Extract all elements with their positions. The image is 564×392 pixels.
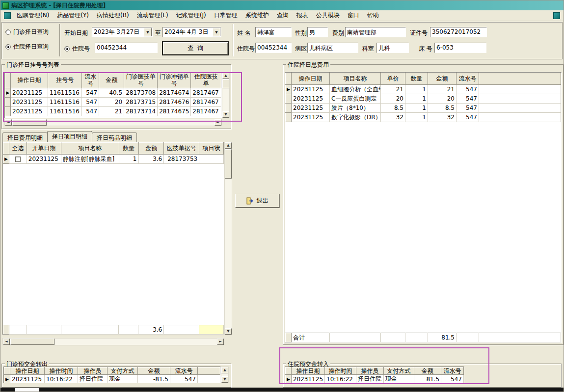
column-header[interactable]: 操作日期 bbox=[291, 367, 324, 375]
table-row[interactable]: ▶20231125静脉注射[静脉采血]13.628173753 bbox=[3, 155, 224, 164]
radio-outpatient-query[interactable]: 门诊择日查询 bbox=[5, 28, 49, 36]
menu-item[interactable]: 日常管理 bbox=[210, 10, 242, 21]
cell[interactable]: 21 bbox=[381, 85, 405, 94]
table-row[interactable]: 20231125数字化摄影（DR）32132547 bbox=[286, 113, 561, 122]
cell[interactable]: 547 bbox=[441, 375, 464, 384]
cell[interactable] bbox=[199, 155, 224, 164]
cell[interactable]: 547 bbox=[457, 85, 479, 94]
column-header[interactable]: 金额 bbox=[99, 73, 124, 88]
cell[interactable]: 20 bbox=[99, 97, 124, 106]
table-row[interactable]: ▶2023112510:16:22择日住院现金81.5547 bbox=[286, 375, 464, 384]
cell[interactable]: 20231125 bbox=[291, 375, 324, 384]
column-header[interactable]: 操作时间 bbox=[45, 367, 78, 375]
title-bar[interactable]: 病区护理系统 - [择日住院费用处理] bbox=[0, 0, 564, 10]
table-row[interactable]: 20231125C—反应蛋白测定（20120547 bbox=[286, 94, 561, 104]
column-header[interactable]: 流水号 bbox=[441, 367, 464, 375]
radio-inpatient-query[interactable]: 住院择日查询 bbox=[5, 43, 49, 51]
vertical-scrollbar[interactable]: ▲ ▼ bbox=[221, 366, 229, 383]
mdi-child-icon[interactable] bbox=[4, 12, 11, 19]
chevron-down-icon[interactable]: ▼ bbox=[144, 28, 152, 36]
cell[interactable]: 20231125 bbox=[27, 155, 61, 164]
column-header[interactable]: 金额 bbox=[428, 73, 457, 85]
table-row[interactable]: 2023112511611516547202817371528174676281… bbox=[5, 97, 221, 106]
cell[interactable]: 20231125 bbox=[11, 88, 48, 97]
ward-field[interactable]: 儿科病区 bbox=[307, 43, 358, 53]
menu-item[interactable]: 流动管理(L) bbox=[133, 10, 172, 21]
cell[interactable]: 32 bbox=[381, 113, 405, 122]
scroll-left-icon[interactable]: ◄ bbox=[3, 339, 10, 345]
menu-item[interactable]: 记账管理(J) bbox=[172, 10, 210, 21]
column-header[interactable]: 支付方式 bbox=[383, 367, 414, 375]
cell[interactable]: 8.5 bbox=[428, 104, 457, 113]
table-row[interactable]: ▶2023112510:16:22择日住院现金-81.5547 bbox=[4, 375, 220, 384]
id-number-field[interactable]: 3506272017052 bbox=[430, 27, 487, 37]
cell[interactable]: 547 bbox=[457, 94, 479, 104]
cell[interactable]: 择日住院 bbox=[356, 375, 383, 384]
cell[interactable]: 40.5 bbox=[99, 88, 124, 97]
cell[interactable]: 28173708 bbox=[124, 88, 158, 97]
column-header[interactable]: 操作员 bbox=[78, 367, 107, 375]
gender-field[interactable]: 男 bbox=[307, 27, 328, 37]
cell[interactable]: 1 bbox=[405, 85, 428, 94]
cell[interactable]: 20 bbox=[428, 94, 457, 104]
cell[interactable]: 1 bbox=[405, 94, 428, 104]
cell[interactable]: 血细胞分析（全血细 bbox=[330, 85, 381, 94]
admission-no-input[interactable]: 00452344 bbox=[95, 43, 158, 53]
cell[interactable]: 547 bbox=[457, 113, 479, 122]
horizontal-scrollbar[interactable]: ◄ ► bbox=[2, 338, 224, 345]
vertical-scrollbar[interactable]: ▲ ▼ bbox=[224, 142, 232, 335]
cell[interactable]: 28174674 bbox=[158, 88, 191, 97]
scroll-right-icon[interactable]: ► bbox=[217, 339, 224, 345]
cell[interactable]: 择日住院 bbox=[78, 375, 107, 384]
tab-item-detail[interactable]: 择日项目明细 bbox=[47, 131, 92, 142]
cell[interactable]: 静脉注射[静脉采血] bbox=[61, 155, 119, 164]
vertical-scrollbar[interactable]: ▲ ▼ bbox=[222, 72, 230, 118]
column-header[interactable]: 项目名称 bbox=[61, 143, 119, 155]
cell[interactable]: 28173753 bbox=[164, 155, 199, 164]
scroll-up-icon[interactable]: ▲ bbox=[222, 73, 229, 79]
cell[interactable]: 2817467 bbox=[191, 97, 221, 106]
scroll-up-icon[interactable]: ▲ bbox=[221, 367, 228, 373]
cell[interactable]: 20 bbox=[381, 94, 405, 104]
column-header[interactable]: 操作日期 bbox=[11, 73, 48, 88]
cell[interactable]: 现金 bbox=[383, 375, 414, 384]
cell[interactable]: 20231125 bbox=[11, 97, 48, 106]
scroll-left-icon[interactable]: ◄ bbox=[5, 119, 12, 126]
menu-item[interactable]: 报表 bbox=[293, 10, 312, 21]
cell[interactable]: 10:16:22 bbox=[45, 375, 78, 384]
menu-item[interactable]: 窗口 bbox=[344, 10, 363, 21]
cell[interactable]: 1 bbox=[405, 104, 428, 113]
cell[interactable]: 21 bbox=[428, 85, 457, 94]
menu-item[interactable]: 药品管理(Y) bbox=[53, 10, 93, 21]
cell[interactable]: 547 bbox=[82, 106, 99, 116]
scrollbar-thumb[interactable] bbox=[225, 149, 232, 179]
column-header[interactable]: 操作时间 bbox=[325, 367, 356, 375]
scrollbar-thumb[interactable] bbox=[10, 339, 54, 345]
cell[interactable]: 8.5 bbox=[381, 104, 405, 113]
table-row[interactable]: 2023112511611516547212817371428174675281… bbox=[5, 106, 221, 116]
cell[interactable] bbox=[9, 155, 27, 164]
column-header[interactable]: 开单日期 bbox=[27, 143, 61, 155]
column-header[interactable]: 操作日期 bbox=[292, 73, 330, 85]
column-header[interactable]: 挂号号 bbox=[48, 73, 82, 88]
cell[interactable]: 28173714 bbox=[124, 106, 158, 116]
tab-fee-detail[interactable]: 择日费用明细 bbox=[2, 132, 48, 142]
table-row[interactable]: 20231125胶片（8*10）8.518.5547 bbox=[286, 104, 561, 113]
tab-drug-detail[interactable]: 择日药品明细 bbox=[92, 132, 137, 142]
dept-field[interactable]: 儿科 bbox=[376, 43, 409, 53]
menu-item[interactable]: 公共模块 bbox=[312, 10, 344, 21]
menu-item[interactable]: 医嘱管理(N) bbox=[13, 10, 53, 21]
cell[interactable]: 1 bbox=[119, 155, 138, 164]
cell[interactable]: 20231125 bbox=[11, 106, 48, 116]
column-header[interactable]: 数量 bbox=[405, 73, 428, 85]
fee-type-field[interactable]: 南靖管理部 bbox=[345, 27, 406, 37]
scroll-right-icon[interactable]: ► bbox=[215, 119, 221, 126]
cell[interactable]: 28174676 bbox=[158, 97, 191, 106]
cell[interactable]: 21 bbox=[99, 106, 124, 116]
cell[interactable]: 547 bbox=[457, 104, 479, 113]
cell[interactable]: 数字化摄影（DR） bbox=[330, 113, 381, 122]
scroll-up-icon[interactable]: ▲ bbox=[225, 142, 232, 149]
horizontal-scrollbar[interactable]: ◄ ► bbox=[4, 119, 222, 126]
cell[interactable]: 2817467 bbox=[191, 88, 221, 97]
column-header[interactable]: 金额 bbox=[138, 367, 170, 375]
